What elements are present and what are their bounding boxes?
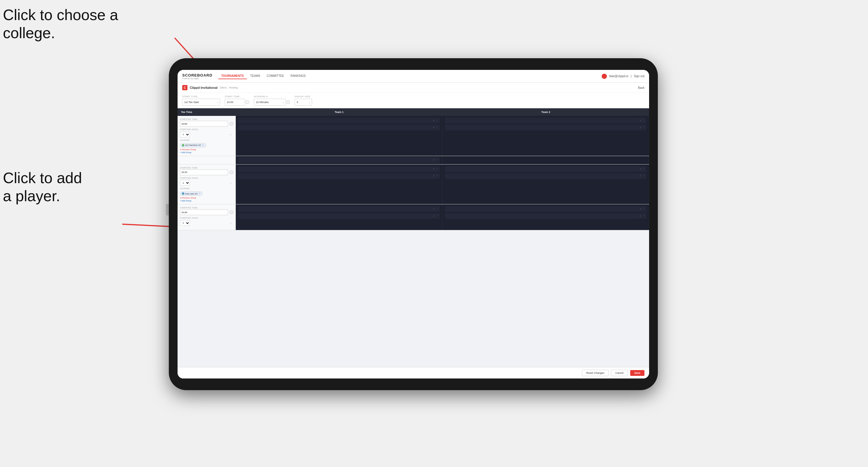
player-x-3-1[interactable]: ✕ bbox=[433, 208, 435, 211]
course-label-2: COURSE: bbox=[180, 187, 233, 190]
team2-cell-2: ✕ ⌃ ✕ ⌃ bbox=[442, 164, 649, 205]
cancel-button[interactable]: Cancel bbox=[611, 370, 628, 376]
player-slot-1-4[interactable]: ✕ ⌃ bbox=[445, 125, 647, 130]
sign-out-link[interactable]: Sign out bbox=[634, 74, 645, 78]
nav-committee[interactable]: COMMITTEE bbox=[264, 73, 287, 79]
player-chevron-icon-1-2[interactable]: ⌃ bbox=[436, 126, 438, 129]
nav-right: blair@clippd.io | Sign out bbox=[602, 74, 645, 79]
course-tag-2[interactable]: ⛳ East Lake GC ✕ bbox=[180, 192, 203, 196]
course-name-1: (A) Peachtree GC bbox=[185, 144, 202, 146]
group-size-select-wrapper: 3 bbox=[294, 99, 312, 106]
start-time-label: Start Time bbox=[225, 95, 249, 98]
player-x-3-3[interactable]: ✕ bbox=[640, 208, 642, 211]
nav-tournaments[interactable]: TOURNAMENTS bbox=[218, 73, 247, 79]
col-team1: Team 1 bbox=[236, 108, 442, 116]
player-expand-icon-1-2[interactable]: ✕ bbox=[433, 126, 435, 129]
x-icon-c1[interactable]: ✕ bbox=[433, 159, 435, 161]
group-size-select[interactable]: 3 bbox=[294, 99, 312, 106]
player-course-slot-1-1[interactable]: ✕ ⌃ bbox=[238, 157, 440, 163]
player-x-2-3[interactable]: ✕ bbox=[640, 168, 642, 170]
tablet-frame: SCOREBOARD Powered by clippd TOURNAMENTS… bbox=[169, 58, 658, 390]
player-ch-2-3[interactable]: ⌃ bbox=[643, 168, 645, 170]
starting-time-input-3[interactable] bbox=[180, 209, 228, 215]
nav-rankings[interactable]: RANKINGS bbox=[287, 73, 309, 79]
player-expand-icon-1-3[interactable]: ✕ bbox=[640, 119, 642, 122]
player-expand-icon-1-1[interactable]: ✕ bbox=[433, 119, 435, 122]
player-x-2-1[interactable]: ✕ bbox=[433, 168, 435, 170]
player-x-3-2[interactable]: ✕ bbox=[433, 215, 435, 217]
group-size-group: Group Size 3 bbox=[294, 95, 312, 106]
player-chevron-icon-1-3[interactable]: ⌃ bbox=[643, 119, 645, 122]
player-slot-1-1[interactable]: ✕ ⌃ bbox=[238, 118, 440, 123]
player-expand-icon-1-4[interactable]: ✕ bbox=[640, 126, 642, 129]
remove-group-1[interactable]: ⊖ Remove Group bbox=[180, 149, 233, 151]
add-group-1[interactable]: + Add Group bbox=[180, 151, 233, 153]
player-ch-3-1[interactable]: ⌃ bbox=[436, 208, 438, 211]
player-x-2-4[interactable]: ✕ bbox=[640, 175, 642, 177]
player-chevron-icon-1-1[interactable]: ⌃ bbox=[436, 119, 438, 122]
starting-time-input-1[interactable] bbox=[180, 121, 228, 127]
course-remove-2[interactable]: ✕ bbox=[199, 192, 200, 195]
player-ch-3-3[interactable]: ⌃ bbox=[643, 208, 645, 211]
course-remove-1[interactable]: ✕ bbox=[202, 144, 204, 147]
time-info-icon-3: i bbox=[230, 211, 233, 214]
team2-cell-1: ✕ ⌃ ✕ ⌃ bbox=[442, 116, 649, 156]
team2-cell-3: ✕ ⌃ ✕ ⌃ bbox=[442, 205, 649, 230]
reset-button[interactable]: Reset Changes bbox=[582, 370, 609, 376]
course-name-2: East Lake GC bbox=[185, 193, 198, 195]
player-ch-2-2[interactable]: ⌃ bbox=[436, 175, 438, 177]
top-nav: SCOREBOARD Powered by clippd TOURNAMENTS… bbox=[178, 70, 649, 83]
add-group-2[interactable]: + Add Group bbox=[180, 200, 233, 202]
starting-hole-row-2: 1 bbox=[180, 180, 233, 186]
player-slot-2-1[interactable]: ✕ ⌃ bbox=[238, 166, 440, 172]
intervals-select[interactable]: 10 Minutes bbox=[254, 99, 286, 106]
player-slot-2-2[interactable]: ✕ ⌃ bbox=[238, 173, 440, 179]
starting-hole-select-wrapper-1: 1 bbox=[180, 131, 233, 137]
chevron-icon-c1[interactable]: ⌃ bbox=[436, 159, 438, 161]
bottom-actions: Reset Changes Cancel Save bbox=[178, 367, 649, 378]
player-slot-2-4[interactable]: ✕ ⌃ bbox=[445, 173, 647, 179]
back-button[interactable]: Back bbox=[638, 86, 645, 89]
intervals-select-wrapper: 10 Minutes bbox=[254, 99, 286, 106]
time-info-icon-1: i bbox=[230, 122, 233, 125]
player-chevron-icon-1-4[interactable]: ⌃ bbox=[643, 126, 645, 129]
player-x-3-4[interactable]: ✕ bbox=[640, 215, 642, 217]
starting-hole-select-3[interactable]: 1 bbox=[180, 220, 190, 226]
player-x-2-2[interactable]: ✕ bbox=[433, 175, 435, 177]
starting-hole-label-1: STARTING HOLE: bbox=[180, 128, 233, 130]
user-email: blair@clippd.io bbox=[609, 74, 628, 78]
player-slot-3-3[interactable]: ✕ ⌃ bbox=[445, 206, 647, 212]
clippd-logo-icon: C bbox=[182, 85, 187, 90]
player-slot-3-4[interactable]: ✕ ⌃ bbox=[445, 213, 647, 219]
starting-hole-label-2: STARTING HOLE: bbox=[180, 177, 233, 179]
team1-cell-2: ✕ ⌃ ✕ ⌃ bbox=[236, 164, 442, 205]
starting-hole-select-2[interactable]: 1 bbox=[180, 180, 190, 186]
team1-cell-1: ✕ ⌃ ✕ ⌃ bbox=[236, 116, 442, 156]
player-slot-2-3[interactable]: ✕ ⌃ bbox=[445, 166, 647, 172]
remove-group-2[interactable]: ⊖ Remove Group bbox=[180, 197, 233, 199]
course-label-1: COURSE: bbox=[180, 139, 233, 141]
starting-hole-select-wrapper-3: 1 bbox=[180, 220, 233, 226]
player-ch-2-4[interactable]: ⌃ bbox=[643, 175, 645, 177]
start-type-select[interactable]: 1st Tee Start bbox=[182, 99, 220, 106]
intervals-info-icon: i bbox=[286, 100, 290, 104]
course-tag-1[interactable]: A (A) Peachtree GC ✕ bbox=[180, 143, 206, 147]
player-ch-2-1[interactable]: ⌃ bbox=[436, 168, 438, 170]
start-time-input[interactable] bbox=[225, 99, 245, 106]
player-slot-3-1[interactable]: ✕ ⌃ bbox=[238, 206, 440, 212]
nav-teams[interactable]: TEAMS bbox=[247, 73, 263, 79]
player-ch-3-2[interactable]: ⌃ bbox=[436, 215, 438, 217]
hosting-badge: Hosting bbox=[229, 86, 238, 89]
starting-hole-select-1[interactable]: 1 bbox=[180, 132, 190, 137]
nav-separator: | bbox=[631, 74, 632, 78]
logo-area: SCOREBOARD Powered by clippd bbox=[182, 73, 213, 80]
player-ch-3-4[interactable]: ⌃ bbox=[643, 215, 645, 217]
player-slot-1-3[interactable]: ✕ ⌃ bbox=[445, 118, 647, 123]
player-slot-1-2[interactable]: ✕ ⌃ bbox=[238, 125, 440, 130]
player-slot-3-2[interactable]: ✕ ⌃ bbox=[238, 213, 440, 219]
nav-links: TOURNAMENTS TEAMS COMMITTEE RANKINGS bbox=[218, 73, 602, 79]
save-button[interactable]: Save bbox=[630, 370, 645, 376]
intervals-group: Intervals 10 Minutes i bbox=[254, 95, 290, 106]
sub-header: C Clippd Invitational (Men) Hosting Back bbox=[178, 83, 649, 93]
starting-time-input-2[interactable] bbox=[180, 169, 228, 175]
